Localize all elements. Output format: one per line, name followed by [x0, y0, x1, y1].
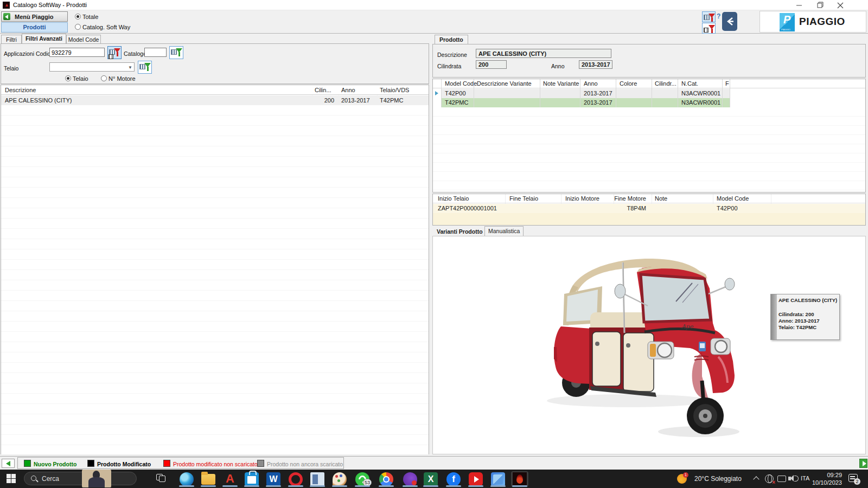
- telaio-filter-button[interactable]: [138, 61, 152, 74]
- descrizione-label: Descrizione: [437, 52, 467, 58]
- current-row-marker-icon: [435, 91, 438, 95]
- tray-chevron-icon[interactable]: [754, 476, 760, 480]
- anno-value: 2013-2017: [579, 60, 612, 69]
- ranges-grid: Inizio Telaio Fine Telaio Inizio Motore …: [432, 194, 866, 226]
- tab-model-code[interactable]: Model Code: [66, 35, 101, 43]
- legend-color-not-downloaded: [163, 460, 170, 467]
- excel-icon[interactable]: X: [424, 472, 438, 486]
- store-icon[interactable]: [245, 472, 259, 486]
- start-button[interactable]: [7, 474, 16, 483]
- task-view-icon[interactable]: [156, 474, 166, 483]
- youtube-icon[interactable]: [469, 472, 483, 486]
- red-funnel-icon: [114, 48, 120, 53]
- edge-icon[interactable]: [180, 472, 194, 486]
- filter-grid-red-icon-button[interactable]: [702, 11, 716, 22]
- clock[interactable]: 09:29 10/10/2023: [809, 471, 842, 486]
- piaggio-brand-text: PIAGGIO: [799, 16, 845, 28]
- variants-grid: Model Code Descrizione Variante Note Var…: [432, 79, 866, 192]
- telaio-dropdown[interactable]: ▼: [49, 62, 135, 72]
- file-explorer-icon[interactable]: [201, 474, 215, 485]
- close-button[interactable]: [831, 0, 850, 10]
- chevron-down-icon: ▼: [128, 65, 132, 70]
- network-icon[interactable]: [765, 474, 774, 483]
- menu-piaggio-button[interactable]: Menù Piaggio: [1, 11, 68, 22]
- title-bar: ▲ Catalogo SoftWay - Prodotti: [0, 0, 868, 10]
- photos-icon[interactable]: [491, 472, 505, 486]
- red-funnel-icon: [709, 25, 715, 29]
- maximize-button[interactable]: [810, 0, 829, 10]
- weather-text[interactable]: 20°C Soleggiato: [694, 475, 742, 483]
- checker-grid-icon: [704, 28, 709, 33]
- radio-totale[interactable]: [75, 14, 81, 20]
- nav-left-button[interactable]: [2, 459, 15, 468]
- catalogo-filter-button[interactable]: [169, 46, 183, 59]
- anno-label: Anno: [551, 63, 565, 69]
- cilindrata-label: Cilindrata: [437, 63, 461, 69]
- filter-panel: Applicazioni Codice Catalogo Telaio ▼ Te…: [1, 43, 429, 84]
- product-fields: Descrizione APE CALESSINO (CITY) Cilindr…: [432, 44, 866, 78]
- variant-row-selected[interactable]: T42PMC 2013-2017 N3ACWR0001: [433, 98, 865, 107]
- applicazioni-codice-label: Applicazioni Codice: [4, 50, 54, 57]
- chrome-icon[interactable]: [379, 472, 393, 486]
- back-arrow-button[interactable]: [722, 12, 737, 31]
- weather-icon[interactable]: 1: [677, 474, 687, 484]
- whatsapp-icon[interactable]: 53: [355, 472, 369, 486]
- applicazioni-codice-input[interactable]: [49, 48, 105, 57]
- tab-prodotto[interactable]: Prodotto: [435, 35, 468, 44]
- results-table-header: Descrizione Cilin... Anno Telaio/VDS: [1, 85, 429, 95]
- svg-text:Ape: Ape: [681, 323, 694, 330]
- paint-icon[interactable]: [333, 472, 347, 486]
- telaio-label: Telaio: [4, 65, 18, 72]
- tab-manualistica[interactable]: Manualistica: [484, 226, 524, 236]
- applicazioni-filter-button[interactable]: [107, 46, 122, 59]
- radio-telaio[interactable]: [65, 75, 71, 81]
- checker-grid-icon: [108, 54, 113, 59]
- taskbar-search[interactable]: Cerca: [24, 472, 137, 485]
- filter-checker-red-icon-button[interactable]: [702, 23, 716, 34]
- range-row[interactable]: ZAPT42P0000001001 T8P4M T42P00: [433, 204, 865, 213]
- help-icon[interactable]: ?: [717, 12, 720, 20]
- range-row-empty: [433, 213, 865, 225]
- softway-app-icon[interactable]: [513, 472, 527, 486]
- display-icon[interactable]: [777, 476, 786, 482]
- catalogo-label: Catalogo: [124, 50, 146, 57]
- meteo-icon[interactable]: [403, 472, 417, 486]
- cilindrata-value: 200: [476, 60, 507, 69]
- descrizione-value: APE CALESSINO (CITY): [476, 49, 611, 58]
- variant-row[interactable]: T42P00 2013-2017 N3ACWR0001: [433, 89, 865, 98]
- word-icon[interactable]: W: [266, 472, 280, 486]
- table-row[interactable]: APE CALESSINO (CITY) 200 2013-2017 T42PM…: [1, 95, 429, 105]
- bottom-tab-strip: Varianti Prodotto Manualistica: [432, 226, 866, 236]
- status-legend-bar: Nuovo Prodotto Prodotto Modificato Prodo…: [0, 456, 868, 470]
- tab-varianti-prodotto[interactable]: Varianti Prodotto: [433, 227, 486, 236]
- legend-color-modified: [87, 460, 94, 467]
- radio-n-motore[interactable]: [101, 75, 107, 81]
- tab-filtri-avanzati[interactable]: Filtri Avanzati: [22, 34, 66, 43]
- facebook-icon[interactable]: f: [446, 472, 461, 486]
- minimize-button[interactable]: [790, 0, 808, 10]
- acrobat-icon[interactable]: A: [223, 472, 237, 486]
- legend-box: Nuovo Prodotto Prodotto Modificato Prodo…: [17, 457, 344, 469]
- opera-icon[interactable]: [289, 472, 303, 486]
- app-icon: ▲: [3, 2, 10, 9]
- piaggio-brand-box: P PIAGGIO PIAGGIO: [760, 11, 866, 33]
- pc-app-icon[interactable]: [310, 472, 324, 486]
- green-funnel-icon: [144, 63, 151, 67]
- search-highlight-image: [82, 470, 111, 487]
- notification-icon[interactable]: 2: [848, 474, 858, 482]
- red-funnel-icon: [709, 14, 715, 18]
- legend-color-new: [24, 460, 31, 467]
- prodotti-button[interactable]: Prodotti: [1, 22, 68, 33]
- empty-rows: [1, 105, 429, 454]
- search-icon: [31, 476, 36, 481]
- speaker-icon[interactable]: [788, 474, 797, 483]
- windows-taskbar: Cerca A W 53 X f 1 20°C Soleggiato ITA 0…: [0, 470, 868, 488]
- empty-rows: [433, 107, 865, 192]
- product-panel: Prodotto Descrizione APE CALESSINO (CITY…: [432, 34, 866, 454]
- language-indicator[interactable]: ITA: [801, 475, 809, 481]
- radio-catalog-softway[interactable]: [75, 24, 81, 30]
- ranges-header: Inizio Telaio Fine Telaio Inizio Motore …: [433, 194, 865, 203]
- catalogo-input[interactable]: [144, 48, 167, 57]
- nav-right-button[interactable]: [859, 459, 867, 468]
- tab-filtri[interactable]: Filtri: [1, 35, 22, 43]
